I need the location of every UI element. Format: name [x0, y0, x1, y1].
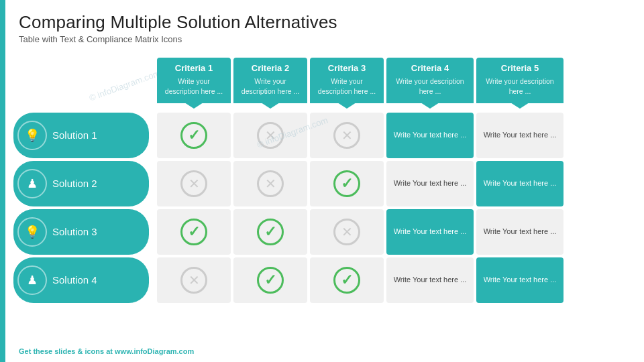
footer: Get these slides & icons at www.infoDiag… [19, 347, 194, 355]
solution-name-3: Solution 3 [52, 226, 97, 237]
solution-label-1: 💡 Solution 1 [13, 113, 149, 158]
cell-s3-c1: ✓ [157, 209, 231, 255]
cell-s4-c3: ✓ [310, 257, 384, 303]
table-row-3: 💡 Solution 3 ✓✓✕Write Your text here ...… [13, 209, 631, 255]
cell-s1-c4: Write Your text here ... [386, 113, 474, 158]
cell-s1-c1: ✓ [157, 113, 231, 158]
solution-icon-2: ♟ [17, 169, 47, 198]
table-body: 💡 Solution 1 ✓✕✕Write Your text here ...… [13, 113, 631, 303]
cell-s2-c1: ✕ [157, 161, 231, 206]
table-row-1: 💡 Solution 1 ✓✕✕Write Your text here ...… [13, 113, 631, 158]
solution-icon-4: ♟ [17, 265, 47, 295]
cell-s2-c4: Write Your text here ... [386, 161, 474, 206]
cross-icon: ✕ [180, 170, 207, 197]
criteria-header-3: Criteria 3 Write your description here .… [310, 58, 384, 103]
cell-s4-c4: Write Your text here ... [386, 257, 474, 303]
cell-text: Write Your text here ... [484, 178, 557, 188]
check-icon: ✓ [333, 170, 360, 197]
cell-text: Write Your text here ... [484, 227, 557, 237]
solution-label-4: ♟ Solution 4 [13, 257, 149, 303]
solution-label-3: 💡 Solution 3 [13, 209, 149, 255]
footer-suffix: .com [177, 347, 195, 355]
header-row: Criteria 1 Write your description here .… [13, 58, 631, 103]
page-title: Comparing Multiple Solution Alternatives [19, 12, 624, 33]
cell-s2-c3: ✓ [310, 161, 384, 206]
left-accent [0, 0, 5, 362]
check-icon: ✓ [333, 267, 360, 294]
table-row-4: ♟ Solution 4 ✕✓✓Write Your text here ...… [13, 257, 631, 303]
criteria-header-4: Criteria 4 Write your description here .… [386, 58, 474, 103]
solution-label-2: ♟ Solution 2 [13, 161, 149, 206]
solution-icon-3: 💡 [17, 217, 47, 247]
cell-text: Write Your text here ... [484, 130, 557, 140]
cell-text: Write Your text here ... [394, 275, 467, 285]
check-icon: ✓ [180, 219, 207, 245]
cross-icon: ✕ [257, 170, 284, 197]
header-empty-cell [13, 58, 154, 103]
solution-name-1: Solution 1 [52, 129, 97, 141]
cell-s3-c5: Write Your text here ... [476, 209, 564, 255]
cross-icon: ✕ [333, 122, 360, 149]
cell-text: Write Your text here ... [394, 227, 467, 237]
cell-s2-c5: Write Your text here ... [476, 161, 564, 206]
table-row-2: ♟ Solution 2 ✕✕✓Write Your text here ...… [13, 161, 631, 206]
cross-icon: ✕ [257, 122, 284, 149]
footer-brand: infoDiagram [133, 347, 176, 355]
solution-name-2: Solution 2 [52, 178, 97, 189]
comparison-table: Criteria 1 Write your description here .… [13, 58, 631, 303]
footer-text: Get these slides & icons at www. [19, 347, 133, 355]
criteria-header-2: Criteria 2 Write your description here .… [233, 58, 307, 103]
page-subtitle: Table with Text & Compliance Matrix Icon… [19, 34, 624, 44]
cell-text: Write Your text here ... [484, 275, 557, 285]
cell-s3-c4: Write Your text here ... [386, 209, 474, 255]
cell-s1-c2: ✕ [233, 113, 307, 158]
check-icon: ✓ [257, 267, 284, 294]
cell-s3-c3: ✕ [310, 209, 384, 255]
cell-s4-c5: Write Your text here ... [476, 257, 564, 303]
cross-icon: ✕ [333, 219, 360, 245]
criteria-header-5: Criteria 5 Write your description here .… [476, 58, 564, 103]
solution-icon-1: 💡 [17, 121, 47, 150]
cell-s4-c2: ✓ [233, 257, 307, 303]
cell-s1-c3: ✕ [310, 113, 384, 158]
criteria-header-1: Criteria 1 Write your description here .… [157, 58, 231, 103]
check-icon: ✓ [180, 122, 207, 149]
page-header: Comparing Multiple Solution Alternatives… [0, 0, 644, 48]
cell-s4-c1: ✕ [157, 257, 231, 303]
cell-text: Write Your text here ... [394, 178, 467, 188]
cross-icon: ✕ [180, 267, 207, 294]
cell-s2-c2: ✕ [233, 161, 307, 206]
cell-s3-c2: ✓ [233, 209, 307, 255]
cell-text: Write Your text here ... [394, 130, 467, 140]
check-icon: ✓ [257, 219, 284, 245]
cell-s1-c5: Write Your text here ... [476, 113, 564, 158]
solution-name-4: Solution 4 [52, 274, 97, 286]
